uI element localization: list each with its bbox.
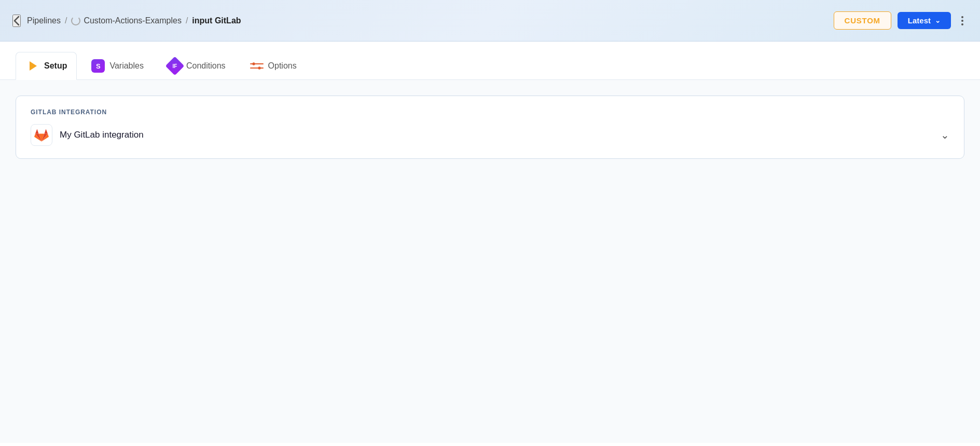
latest-chevron-icon: ⌄	[935, 17, 941, 24]
custom-button[interactable]: CUSTOM	[834, 11, 891, 30]
tab-options[interactable]: Options	[240, 52, 307, 80]
integration-left: My GitLab integration	[31, 124, 144, 146]
conditions-icon: IF	[168, 59, 182, 73]
loading-spinner	[71, 16, 80, 25]
app-header: Pipelines / Custom-Actions-Examples / in…	[0, 0, 980, 42]
breadcrumb-pipelines[interactable]: Pipelines	[27, 16, 61, 25]
more-options-button[interactable]	[957, 14, 968, 28]
tab-setup[interactable]: Setup	[16, 52, 77, 80]
options-icon	[250, 59, 264, 73]
integration-name: My GitLab integration	[60, 130, 144, 140]
breadcrumb-sep-2: /	[186, 16, 188, 25]
gitlab-logo	[31, 124, 52, 146]
dot-1	[961, 16, 963, 18]
dot-2	[961, 20, 963, 22]
dot-3	[961, 23, 963, 25]
main-content: Setup S Variables IF Conditions	[0, 42, 980, 446]
breadcrumb-custom-actions[interactable]: Custom-Actions-Examples	[71, 16, 182, 25]
latest-button[interactable]: Latest ⌄	[898, 12, 951, 29]
tab-conditions[interactable]: IF Conditions	[158, 52, 236, 80]
breadcrumb-current: input GitLab	[192, 16, 241, 25]
breadcrumb: Pipelines / Custom-Actions-Examples / in…	[12, 15, 241, 27]
setup-content: GITLAB INTEGRATION	[0, 80, 980, 443]
tab-bar: Setup S Variables IF Conditions	[0, 42, 980, 80]
header-actions: CUSTOM Latest ⌄	[834, 11, 968, 30]
integration-dropdown-button[interactable]: ⌄	[941, 129, 949, 141]
tab-variables[interactable]: S Variables	[81, 52, 154, 80]
integration-row: My GitLab integration ⌄	[31, 124, 949, 146]
back-button[interactable]	[12, 15, 21, 27]
gitlab-integration-card: GITLAB INTEGRATION	[16, 96, 964, 159]
variables-icon: S	[91, 59, 105, 73]
breadcrumb-sep-1: /	[65, 16, 67, 25]
integration-section-label: GITLAB INTEGRATION	[31, 109, 949, 116]
play-icon	[25, 59, 40, 73]
